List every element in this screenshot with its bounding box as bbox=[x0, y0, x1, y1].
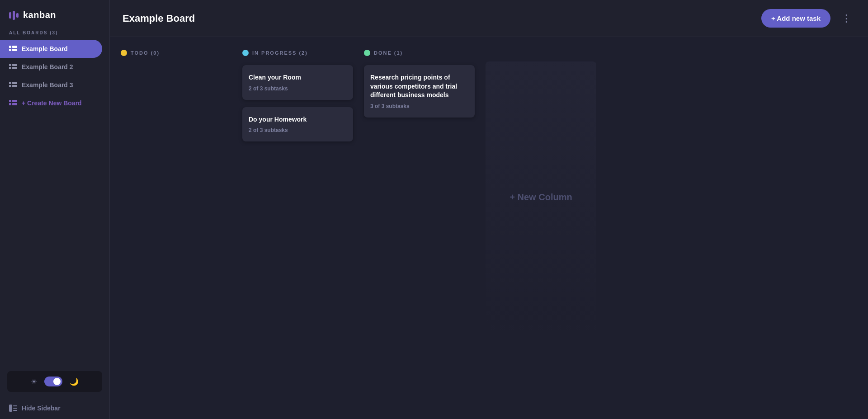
task-card[interactable]: Clean your Room 2 of 3 subtasks bbox=[242, 65, 353, 100]
board-label: Example Board bbox=[22, 45, 68, 52]
task-card[interactable]: Research pricing points of various compe… bbox=[364, 65, 475, 118]
board-label: Example Board 2 bbox=[22, 63, 73, 71]
sidebar-item-board3[interactable]: Example Board 3 bbox=[0, 76, 102, 94]
header-actions: + Add new task ⋮ bbox=[761, 9, 855, 28]
board-icon bbox=[9, 100, 17, 106]
main-area: Example Board + Add new task ⋮ TODO (0) … bbox=[110, 0, 868, 419]
column-dot bbox=[364, 50, 370, 56]
moon-icon: 🌙 bbox=[70, 377, 79, 386]
add-task-button[interactable]: + Add new task bbox=[761, 9, 830, 28]
hide-sidebar-button[interactable]: Hide Sidebar bbox=[0, 397, 109, 419]
board-icon bbox=[9, 64, 17, 70]
board-list: Example Board Example Board 2 Example Bo… bbox=[0, 40, 109, 94]
more-options-icon[interactable]: ⋮ bbox=[838, 11, 855, 26]
theme-toggle-bar: ☀ 🌙 bbox=[7, 371, 102, 392]
column-done: DONE (1) Research pricing points of vari… bbox=[364, 50, 475, 118]
task-title: Clean your Room bbox=[249, 73, 347, 82]
column-dot bbox=[121, 50, 127, 56]
board-icon bbox=[9, 82, 17, 88]
task-subtasks: 3 of 3 subtasks bbox=[370, 103, 468, 109]
column-dot bbox=[242, 50, 249, 56]
column-header: DONE (1) bbox=[364, 50, 475, 56]
sun-icon: ☀ bbox=[31, 377, 37, 386]
task-subtasks: 2 of 3 subtasks bbox=[249, 127, 347, 133]
create-new-board-button[interactable]: + Create New Board bbox=[0, 94, 109, 112]
board-icon bbox=[9, 46, 17, 52]
theme-toggle[interactable] bbox=[44, 377, 62, 386]
svg-rect-2 bbox=[13, 408, 17, 409]
all-boards-label: ALL BOARDS (3) bbox=[0, 30, 109, 40]
task-subtasks: 2 of 3 subtasks bbox=[249, 85, 347, 92]
column-title: IN PROGRESS (2) bbox=[252, 50, 308, 56]
create-new-board-label: + Create New Board bbox=[22, 99, 82, 107]
svg-rect-1 bbox=[13, 405, 17, 406]
board-label: Example Board 3 bbox=[22, 81, 73, 89]
sidebar-item-board1[interactable]: Example Board bbox=[0, 40, 102, 58]
hide-sidebar-label: Hide Sidebar bbox=[22, 405, 61, 412]
logo-area: kanban bbox=[0, 0, 109, 30]
column-todo: TODO (0) bbox=[121, 50, 231, 58]
task-card[interactable]: Do your Homework 2 of 3 subtasks bbox=[242, 107, 353, 142]
svg-rect-0 bbox=[9, 405, 12, 412]
page-title: Example Board bbox=[123, 13, 195, 24]
new-column-button[interactable]: + New Column bbox=[486, 61, 596, 333]
board-area: TODO (0) IN PROGRESS (2) Clean your Room… bbox=[110, 37, 868, 419]
task-title: Do your Homework bbox=[249, 115, 347, 124]
svg-rect-3 bbox=[13, 410, 17, 411]
sidebar-item-board2[interactable]: Example Board 2 bbox=[0, 58, 102, 76]
header: Example Board + Add new task ⋮ bbox=[110, 0, 868, 37]
logo-icon bbox=[9, 11, 19, 20]
column-title: DONE (1) bbox=[374, 50, 403, 56]
column-title: TODO (0) bbox=[131, 50, 160, 56]
column-header: IN PROGRESS (2) bbox=[242, 50, 353, 56]
sidebar-bottom: ☀ 🌙 Hide Sidebar bbox=[0, 366, 109, 419]
column-header: TODO (0) bbox=[121, 50, 231, 56]
task-title: Research pricing points of various compe… bbox=[370, 73, 468, 100]
column-in_progress: IN PROGRESS (2) Clean your Room 2 of 3 s… bbox=[242, 50, 353, 141]
hide-sidebar-icon bbox=[9, 405, 17, 412]
sidebar: kanban ALL BOARDS (3) Example Board Exam… bbox=[0, 0, 110, 419]
app-name: kanban bbox=[23, 10, 56, 20]
